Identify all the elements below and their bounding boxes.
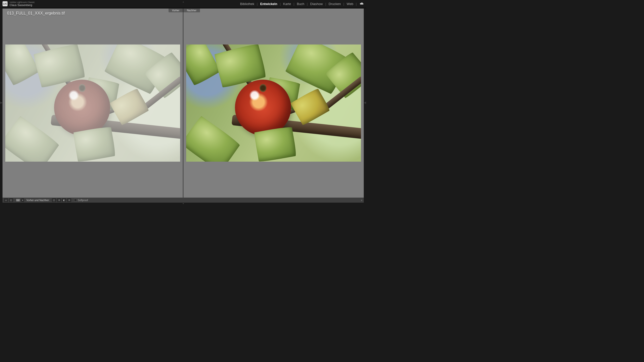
before-tag: Vorher (169, 9, 183, 12)
module-separator: | (354, 2, 358, 6)
compare-grid-button[interactable]: ◫ (9, 198, 13, 202)
develop-toolbar: ▭ ◫ Y|Y ▾ Vorher und Nachher: ◫ ⊟ ◧ ⊟ So… (3, 198, 364, 203)
toolbar-menu-icon[interactable]: ▾ (361, 199, 362, 202)
compare-view: 013_FULL_01_XXX_ergebnis.tif Vorher Nach… (3, 9, 364, 198)
app-title-block: Adobe Lightroom Classic Claus Sassenberg (10, 1, 35, 7)
loupe-view-button[interactable]: ▭ (4, 198, 8, 202)
top-panel-collapse-icon[interactable]: ▴ (183, 0, 184, 3)
module-separator: | (305, 2, 309, 6)
cloud-sync-icon[interactable] (358, 2, 364, 6)
module-web[interactable]: Web (346, 2, 354, 6)
module-diashow[interactable]: Diashow (309, 2, 324, 6)
module-buch[interactable]: Buch (296, 2, 305, 6)
after-photo[interactable] (186, 44, 361, 162)
module-picker: Bibliothek|Entwickeln|Karte|Buch|Diashow… (239, 2, 364, 6)
ba-mode-topbottom-button[interactable]: ⊟ (57, 198, 61, 202)
before-pane[interactable]: 013_FULL_01_XXX_ergebnis.tif Vorher (3, 9, 183, 198)
module-separator: | (278, 2, 282, 6)
module-separator: | (342, 2, 346, 6)
ba-mode-split-h-button[interactable]: ⊟ (67, 198, 71, 202)
filmstrip-collapse-icon[interactable]: ▾ (183, 202, 184, 205)
app-logo-icon: LrC (3, 1, 8, 6)
module-bibliothek[interactable]: Bibliothek (239, 2, 255, 6)
before-after-label: Vorher und Nachher: (25, 199, 51, 202)
after-pane[interactable]: Nachher (183, 9, 364, 198)
before-after-dropdown[interactable]: ▾ (21, 198, 24, 202)
module-separator: | (292, 2, 296, 6)
before-photo[interactable] (5, 44, 180, 162)
module-separator: | (255, 2, 259, 6)
module-karte[interactable]: Karte (282, 2, 292, 6)
filename-label: 013_FULL_01_XXX_ergebnis.tif (7, 11, 65, 16)
ba-mode-split-v-button[interactable]: ◧ (62, 198, 66, 202)
right-panel-collapse-icon[interactable]: ◀ (364, 101, 366, 104)
ba-mode-leftright-button[interactable]: ◫ (52, 198, 56, 202)
module-drucken[interactable]: Drucken (328, 2, 342, 6)
app-user: Claus Sassenberg (10, 4, 35, 7)
header-left: LrC Adobe Lightroom Classic Claus Sassen… (3, 1, 35, 7)
softproof-checkbox[interactable] (74, 199, 77, 201)
after-tag: Nachher (183, 9, 200, 12)
softproof-label: Softproof (78, 199, 88, 202)
before-after-button[interactable]: Y|Y (16, 198, 20, 202)
module-entwickeln[interactable]: Entwickeln (259, 2, 278, 6)
module-separator: | (324, 2, 328, 6)
left-panel-collapse-icon[interactable]: ▶ (0, 101, 3, 104)
app-title: Adobe Lightroom Classic (10, 1, 35, 4)
